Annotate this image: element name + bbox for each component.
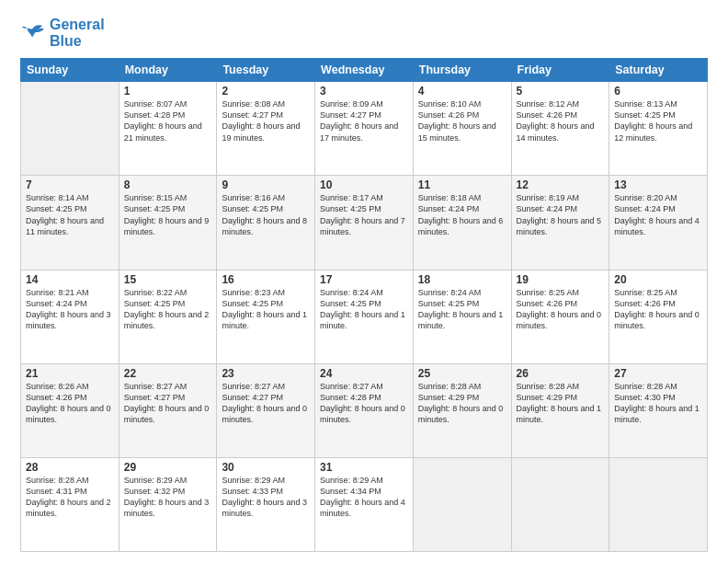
day-info: Sunrise: 8:12 AMSunset: 4:26 PMDaylight:… xyxy=(517,98,605,144)
day-info: Sunrise: 8:28 AMSunset: 4:29 PMDaylight:… xyxy=(418,381,506,426)
weekday-header-sunday: Sunday xyxy=(21,59,119,82)
day-info: Sunrise: 8:19 AMSunset: 4:24 PMDaylight:… xyxy=(517,192,605,237)
calendar-cell: 20Sunrise: 8:25 AMSunset: 4:26 PMDayligh… xyxy=(609,270,708,363)
calendar-cell: 21Sunrise: 8:26 AMSunset: 4:26 PMDayligh… xyxy=(21,363,119,457)
day-info: Sunrise: 8:21 AMSunset: 4:24 PMDaylight:… xyxy=(26,287,114,332)
day-number: 29 xyxy=(124,461,212,474)
calendar-cell: 31Sunrise: 8:29 AMSunset: 4:34 PMDayligh… xyxy=(315,457,414,551)
day-info: Sunrise: 8:24 AMSunset: 4:25 PMDaylight:… xyxy=(418,287,506,332)
day-info: Sunrise: 8:09 AMSunset: 4:27 PMDaylight:… xyxy=(320,98,408,144)
day-number: 10 xyxy=(320,178,408,191)
calendar-cell: 2Sunrise: 8:08 AMSunset: 4:27 PMDaylight… xyxy=(217,82,315,176)
calendar-week-3: 14Sunrise: 8:21 AMSunset: 4:24 PMDayligh… xyxy=(21,270,708,363)
day-number: 6 xyxy=(614,85,702,98)
day-number: 26 xyxy=(517,367,605,380)
calendar-cell: 23Sunrise: 8:27 AMSunset: 4:27 PMDayligh… xyxy=(217,363,315,457)
day-info: Sunrise: 8:07 AMSunset: 4:28 PMDaylight:… xyxy=(124,98,212,144)
day-number: 22 xyxy=(124,367,212,380)
day-number: 31 xyxy=(320,461,408,474)
day-number: 7 xyxy=(26,178,114,191)
calendar-cell: 5Sunrise: 8:12 AMSunset: 4:26 PMDaylight… xyxy=(511,82,609,176)
calendar-cell: 29Sunrise: 8:29 AMSunset: 4:32 PMDayligh… xyxy=(119,457,217,551)
logo-icon xyxy=(20,22,46,44)
day-number: 12 xyxy=(517,178,605,191)
calendar-cell: 18Sunrise: 8:24 AMSunset: 4:25 PMDayligh… xyxy=(413,270,511,363)
calendar-cell: 28Sunrise: 8:28 AMSunset: 4:31 PMDayligh… xyxy=(21,457,119,551)
calendar-cell: 11Sunrise: 8:18 AMSunset: 4:24 PMDayligh… xyxy=(413,176,511,270)
calendar-cell xyxy=(21,82,119,176)
calendar-week-2: 7Sunrise: 8:14 AMSunset: 4:25 PMDaylight… xyxy=(21,176,708,270)
day-number: 27 xyxy=(614,367,702,380)
day-info: Sunrise: 8:27 AMSunset: 4:27 PMDaylight:… xyxy=(124,381,212,426)
day-number: 19 xyxy=(517,273,605,286)
day-info: Sunrise: 8:29 AMSunset: 4:33 PMDaylight:… xyxy=(222,475,310,520)
day-info: Sunrise: 8:25 AMSunset: 4:26 PMDaylight:… xyxy=(517,287,605,332)
calendar-cell: 19Sunrise: 8:25 AMSunset: 4:26 PMDayligh… xyxy=(511,270,609,363)
day-number: 17 xyxy=(320,273,408,286)
day-number: 30 xyxy=(222,461,310,474)
day-number: 15 xyxy=(124,273,212,286)
day-info: Sunrise: 8:10 AMSunset: 4:26 PMDaylight:… xyxy=(418,98,506,144)
calendar-cell: 15Sunrise: 8:22 AMSunset: 4:25 PMDayligh… xyxy=(119,270,217,363)
day-number: 3 xyxy=(320,85,408,98)
day-number: 4 xyxy=(418,85,506,98)
calendar-cell: 10Sunrise: 8:17 AMSunset: 4:25 PMDayligh… xyxy=(315,176,414,270)
day-info: Sunrise: 8:08 AMSunset: 4:27 PMDaylight:… xyxy=(222,98,310,144)
day-number: 21 xyxy=(26,367,114,380)
calendar-cell xyxy=(609,457,708,551)
page: General Blue SundayMondayTuesdayWednesda… xyxy=(0,0,728,563)
day-info: Sunrise: 8:15 AMSunset: 4:25 PMDaylight:… xyxy=(124,192,212,237)
day-info: Sunrise: 8:13 AMSunset: 4:25 PMDaylight:… xyxy=(614,98,702,144)
calendar-cell: 12Sunrise: 8:19 AMSunset: 4:24 PMDayligh… xyxy=(511,176,609,270)
day-number: 24 xyxy=(320,367,408,380)
calendar-cell: 8Sunrise: 8:15 AMSunset: 4:25 PMDaylight… xyxy=(119,176,217,270)
calendar-week-4: 21Sunrise: 8:26 AMSunset: 4:26 PMDayligh… xyxy=(21,363,708,457)
calendar-cell: 25Sunrise: 8:28 AMSunset: 4:29 PMDayligh… xyxy=(413,363,511,457)
day-number: 5 xyxy=(517,85,605,98)
day-number: 8 xyxy=(124,178,212,191)
weekday-header-row: SundayMondayTuesdayWednesdayThursdayFrid… xyxy=(21,59,708,82)
header: General Blue xyxy=(20,17,708,49)
day-number: 20 xyxy=(614,273,702,286)
day-info: Sunrise: 8:20 AMSunset: 4:24 PMDaylight:… xyxy=(614,192,702,237)
calendar-table: SundayMondayTuesdayWednesdayThursdayFrid… xyxy=(20,58,708,552)
calendar-week-1: 1Sunrise: 8:07 AMSunset: 4:28 PMDaylight… xyxy=(21,82,708,176)
day-number: 18 xyxy=(418,273,506,286)
weekday-header-saturday: Saturday xyxy=(609,59,708,82)
day-number: 23 xyxy=(222,367,310,380)
day-info: Sunrise: 8:29 AMSunset: 4:34 PMDaylight:… xyxy=(320,475,408,520)
calendar-cell: 27Sunrise: 8:28 AMSunset: 4:30 PMDayligh… xyxy=(609,363,708,457)
calendar-cell: 7Sunrise: 8:14 AMSunset: 4:25 PMDaylight… xyxy=(21,176,119,270)
calendar-cell: 26Sunrise: 8:28 AMSunset: 4:29 PMDayligh… xyxy=(511,363,609,457)
day-info: Sunrise: 8:17 AMSunset: 4:25 PMDaylight:… xyxy=(320,192,408,237)
weekday-header-thursday: Thursday xyxy=(413,59,511,82)
calendar-cell: 9Sunrise: 8:16 AMSunset: 4:25 PMDaylight… xyxy=(217,176,315,270)
weekday-header-wednesday: Wednesday xyxy=(315,59,414,82)
day-info: Sunrise: 8:28 AMSunset: 4:31 PMDaylight:… xyxy=(26,475,114,520)
day-number: 13 xyxy=(614,178,702,191)
day-info: Sunrise: 8:22 AMSunset: 4:25 PMDaylight:… xyxy=(124,287,212,332)
day-info: Sunrise: 8:27 AMSunset: 4:27 PMDaylight:… xyxy=(222,381,310,426)
day-number: 2 xyxy=(222,85,310,98)
day-number: 14 xyxy=(26,273,114,286)
logo-text: General Blue xyxy=(50,17,105,49)
calendar-cell: 13Sunrise: 8:20 AMSunset: 4:24 PMDayligh… xyxy=(609,176,708,270)
calendar-cell xyxy=(511,457,609,551)
calendar-cell: 22Sunrise: 8:27 AMSunset: 4:27 PMDayligh… xyxy=(119,363,217,457)
calendar-cell: 14Sunrise: 8:21 AMSunset: 4:24 PMDayligh… xyxy=(21,270,119,363)
day-info: Sunrise: 8:25 AMSunset: 4:26 PMDaylight:… xyxy=(614,287,702,332)
calendar-cell: 3Sunrise: 8:09 AMSunset: 4:27 PMDaylight… xyxy=(315,82,414,176)
weekday-header-monday: Monday xyxy=(119,59,217,82)
calendar-cell: 16Sunrise: 8:23 AMSunset: 4:25 PMDayligh… xyxy=(217,270,315,363)
calendar-cell: 30Sunrise: 8:29 AMSunset: 4:33 PMDayligh… xyxy=(217,457,315,551)
calendar-week-5: 28Sunrise: 8:28 AMSunset: 4:31 PMDayligh… xyxy=(21,457,708,551)
calendar-cell: 1Sunrise: 8:07 AMSunset: 4:28 PMDaylight… xyxy=(119,82,217,176)
day-number: 25 xyxy=(418,367,506,380)
day-number: 9 xyxy=(222,178,310,191)
weekday-header-friday: Friday xyxy=(511,59,609,82)
logo: General Blue xyxy=(20,17,105,49)
day-info: Sunrise: 8:28 AMSunset: 4:29 PMDaylight:… xyxy=(517,381,605,426)
calendar-cell xyxy=(413,457,511,551)
calendar-cell: 17Sunrise: 8:24 AMSunset: 4:25 PMDayligh… xyxy=(315,270,414,363)
calendar-cell: 24Sunrise: 8:27 AMSunset: 4:28 PMDayligh… xyxy=(315,363,414,457)
